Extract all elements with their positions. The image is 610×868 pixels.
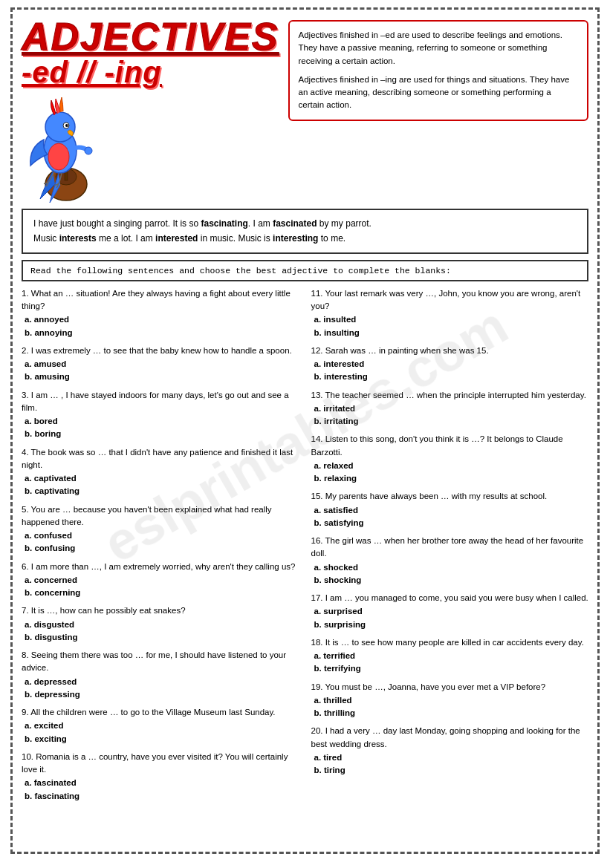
ex2-mid2: in music. Music is: [198, 233, 273, 244]
question-block-1: 1. What an … situation! Are they always …: [22, 287, 299, 339]
opt-a-1: a. annoyed: [22, 313, 299, 326]
q-text-5: 5. You are … because you haven't been ex…: [22, 503, 299, 529]
example-line1: I have just bought a singing parrot. It …: [33, 216, 577, 231]
opt-a-20: a. tired: [311, 751, 589, 764]
question-block-5: 5. You are … because you haven't been ex…: [22, 503, 299, 555]
question-block-11: 11. Your last remark was very …, John, y…: [311, 287, 589, 339]
header-section: ADJECTIVES -ed // -ing: [22, 17, 588, 203]
q-text-14: 14. Listen to this song, don't you think…: [311, 433, 589, 459]
question-block-18: 18. It is … to see how many people are k…: [311, 636, 589, 676]
q-text-4: 4. The book was so … that I didn't have …: [22, 446, 299, 472]
opt-a-3: a. bored: [22, 415, 299, 428]
opt-b-6: b. concerning: [22, 587, 299, 599]
q-text-19: 19. You must be …, Joanna, have you ever…: [311, 681, 589, 694]
opt-b-5: b. confusing: [22, 542, 299, 555]
ex1-mid: . I am: [248, 218, 273, 229]
q-text-11: 11. Your last remark was very …, John, y…: [311, 287, 589, 313]
opt-b-10: b. fascinating: [22, 790, 299, 803]
opt-b-7: b. disgusting: [22, 631, 299, 644]
ex1-bold1: fascinating: [201, 218, 247, 229]
opt-a-18: a. terrified: [311, 650, 589, 662]
question-block-13: 13. The teacher seemed … when the princi…: [311, 389, 589, 428]
opt-b-20: b. tiring: [311, 764, 589, 777]
question-block-19: 19. You must be …, Joanna, have you ever…: [311, 681, 589, 720]
question-block-7: 7. It is …, how can he possibly eat snak…: [22, 604, 299, 644]
exercise-col-right: 11. Your last remark was very …, John, y…: [311, 287, 589, 808]
opt-b-2: b. amusing: [22, 371, 299, 383]
q-text-10: 10. Romania is a … country, have you eve…: [22, 751, 299, 777]
q-text-20: 20. I had a very … day last Monday, goin…: [311, 725, 589, 751]
svg-point-8: [67, 125, 68, 125]
q-text-8: 8. Seeing them there was too … for me, I…: [22, 649, 299, 675]
q-text-13: 13. The teacher seemed … when the princi…: [311, 389, 589, 402]
exercise-col-left: 1. What an … situation! Are they always …: [22, 287, 299, 808]
opt-b-18: b. terrifying: [311, 662, 589, 675]
page-container: ADJECTIVES -ed // -ing: [10, 7, 600, 854]
question-block-15: 15. My parents have always been … with m…: [311, 490, 589, 529]
opt-a-8: a. depressed: [22, 676, 299, 688]
q-text-18: 18. It is … to see how many people are k…: [311, 636, 589, 649]
q-text-1: 1. What an … situation! Are they always …: [22, 287, 299, 313]
q-text-12: 12. Sarah was … in painting when she was…: [311, 345, 589, 357]
ex2-mid: me a lot. I am: [97, 233, 155, 244]
opt-a-17: a. surprised: [311, 605, 589, 618]
header-left: ADJECTIVES -ed // -ing: [22, 17, 279, 203]
svg-point-10: [85, 147, 92, 154]
ex2-suffix: to me.: [318, 233, 345, 244]
example-box: I have just bought a singing parrot. It …: [22, 209, 588, 254]
info-para2: Adjectives finished in –ing are used for…: [299, 74, 578, 112]
title-adjectives: ADJECTIVES: [22, 17, 279, 56]
question-block-9: 9. All the children were … to go to the …: [22, 706, 299, 745]
q-text-2: 2. I was extremely … to see that the bab…: [22, 345, 299, 357]
question-block-2: 2. I was extremely … to see that the bab…: [22, 345, 299, 384]
ex2-bold1: interests: [59, 233, 97, 244]
exercise-container: 1. What an … situation! Are they always …: [22, 287, 588, 808]
example-line2: Music interests me a lot. I am intereste…: [33, 231, 577, 246]
ex2-prefix: Music: [33, 233, 59, 244]
opt-b-3: b. boring: [22, 428, 299, 440]
q-text-6: 6. I am more than …, I am extremely worr…: [22, 561, 299, 573]
title-suffixes: -ed // -ing: [22, 56, 162, 88]
opt-a-12: a. interested: [311, 358, 589, 371]
question-block-8: 8. Seeing them there was too … for me, I…: [22, 649, 299, 701]
opt-a-10: a. fascinated: [22, 777, 299, 789]
opt-a-9: a. excited: [22, 719, 299, 732]
opt-b-19: b. thrilling: [311, 707, 589, 719]
opt-b-4: b. captivating: [22, 485, 299, 497]
opt-a-11: a. insulted: [311, 313, 589, 326]
opt-b-13: b. irritating: [311, 415, 589, 428]
opt-a-16: a. shocked: [311, 561, 589, 574]
opt-b-12: b. interesting: [311, 371, 589, 383]
opt-a-7: a. disgusted: [22, 619, 299, 631]
question-block-12: 12. Sarah was … in painting when she was…: [311, 345, 589, 384]
svg-point-5: [45, 112, 75, 142]
svg-point-9: [48, 143, 69, 170]
opt-a-6: a. concerned: [22, 574, 299, 587]
opt-b-9: b. exciting: [22, 733, 299, 745]
opt-a-15: a. satisfied: [311, 504, 589, 517]
opt-b-1: b. annoying: [22, 327, 299, 339]
opt-a-13: a. irritated: [311, 402, 589, 415]
q-text-16: 16. The girl was … when her brother tore…: [311, 535, 589, 561]
opt-a-5: a. confused: [22, 529, 299, 542]
q-text-7: 7. It is …, how can he possibly eat snak…: [22, 604, 299, 617]
opt-b-16: b. shocking: [311, 574, 589, 587]
instruction-text: Read the following sentences and choose …: [30, 266, 451, 275]
ex2-bold2: interested: [155, 233, 198, 244]
ex1-bold2: fascinated: [273, 218, 317, 229]
question-block-14: 14. Listen to this song, don't you think…: [311, 433, 589, 485]
opt-b-15: b. satisfying: [311, 517, 589, 529]
question-block-4: 4. The book was so … that I didn't have …: [22, 446, 299, 498]
opt-b-11: b. insulting: [311, 327, 589, 339]
opt-a-4: a. captivated: [22, 472, 299, 485]
parrot-illustration: [22, 91, 118, 203]
instruction-row: Read the following sentences and choose …: [22, 260, 588, 281]
opt-a-14: a. relaxed: [311, 460, 589, 472]
q-text-3: 3. I am … , I have stayed indoors for ma…: [22, 389, 299, 415]
opt-b-17: b. surprising: [311, 619, 589, 631]
q-text-15: 15. My parents have always been … with m…: [311, 490, 589, 503]
q-text-17: 17. I am … you managed to come, you said…: [311, 592, 589, 604]
opt-b-14: b. relaxing: [311, 472, 589, 485]
svg-point-7: [65, 124, 68, 127]
opt-a-19: a. thrilled: [311, 694, 589, 707]
